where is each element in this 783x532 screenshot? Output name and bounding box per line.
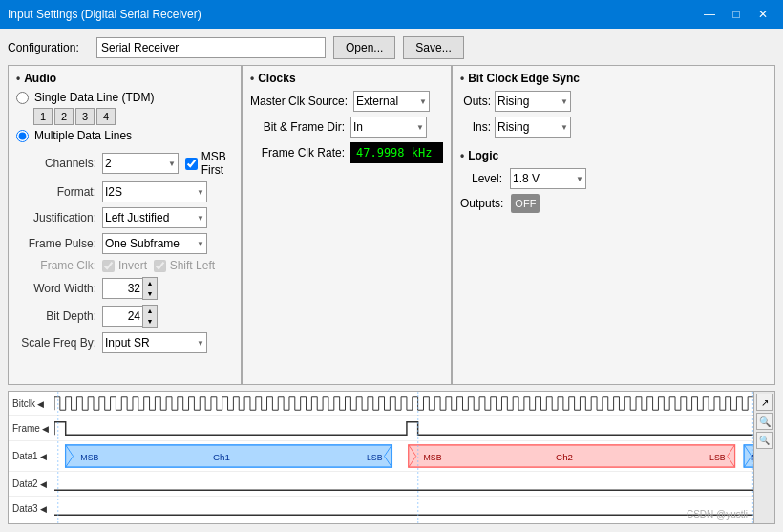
logic-level-select-wrapper: 1.8 V 2.5 V 3.3 V 5.0 V: [510, 168, 586, 189]
justification-select[interactable]: Left Justified Right Justified: [102, 207, 207, 228]
tab-btn-1[interactable]: 1: [33, 108, 53, 125]
word-width-spinbox-buttons: ▲ ▼: [142, 277, 158, 300]
frame-clk-rate-display: 47.9998 kHz: [350, 142, 443, 163]
main-window: Configuration: Open... Save... Audio Sin…: [0, 29, 783, 532]
logic-outputs-value: OFF: [515, 198, 536, 209]
tab-btn-2[interactable]: 2: [54, 108, 74, 125]
format-select-wrapper: I2S Left Justified Right Justified DSP: [102, 181, 207, 202]
frame-label: Frame ◀: [9, 423, 54, 434]
master-clk-select[interactable]: External Internal Auto: [353, 91, 430, 112]
logic-title: Logic: [460, 149, 767, 162]
frame-clk-label: Frame Clk:: [16, 259, 102, 272]
waveform-toolbar: ↗ 🔍 🔍: [753, 392, 774, 523]
scale-freq-row: Scale Freq By: Input SR 44.1 kHz 48 kHz …: [16, 332, 233, 353]
sync-ins-select[interactable]: Rising Falling: [495, 117, 571, 138]
frame-pulse-select-wrapper: One Subframe Two Subframes: [102, 233, 207, 254]
master-clk-label: Master Clk Source:: [250, 95, 353, 108]
master-clk-row: Master Clk Source: External Internal Aut…: [250, 91, 443, 112]
frame-svg: [54, 416, 753, 440]
waveform-zoom-in-button[interactable]: 🔍: [756, 413, 773, 430]
bitclk-svg: [54, 392, 753, 415]
bitclk-label-text: Bitclk: [12, 398, 35, 409]
frame-clk-shift-row: Shift Left: [154, 259, 215, 272]
scale-freq-label: Scale Freq By:: [16, 336, 102, 350]
sync-outs-select[interactable]: Rising Falling: [495, 91, 571, 112]
format-select[interactable]: I2S Left Justified Right Justified DSP: [102, 181, 207, 202]
minimize-button[interactable]: —: [697, 5, 722, 24]
sync-ins-label: Ins:: [460, 120, 491, 134]
frame-pulse-row: Frame Pulse: One Subframe Two Subframes: [16, 233, 233, 254]
bit-frame-dir-label: Bit & Frame Dir:: [250, 120, 350, 134]
logic-outputs-label: Outputs:: [460, 197, 507, 210]
sync-outs-select-wrapper: Rising Falling: [495, 91, 571, 112]
bit-frame-dir-select[interactable]: In Out: [350, 117, 427, 138]
logic-level-select[interactable]: 1.8 V 2.5 V 3.3 V 5.0 V: [510, 168, 586, 189]
sync-panel: Bit Clock Edge Sync Outs: Rising Falling…: [452, 65, 775, 385]
data2-label-text: Data2: [12, 479, 38, 489]
scale-freq-select[interactable]: Input SR 44.1 kHz 48 kHz 96 kHz 192 kHz: [102, 332, 207, 353]
data1-row: Data1 ◀ MSB Ch1 LSB: [9, 441, 753, 472]
logic-outputs-toggle[interactable]: OFF: [511, 194, 540, 213]
watermark: CSDN @yustli: [687, 509, 748, 520]
multiple-data-lines-label: Multiple Data Lines: [34, 129, 132, 142]
msb-first-row: MSB First: [185, 150, 233, 177]
audio-title: Audio: [16, 72, 233, 85]
justification-select-wrapper: Left Justified Right Justified: [102, 207, 207, 228]
bit-depth-down-button[interactable]: ▼: [143, 316, 157, 327]
config-input[interactable]: [96, 37, 326, 58]
frame-clk-invert-row: Invert: [102, 259, 147, 272]
clocks-panel: Clocks Master Clk Source: External Inter…: [242, 65, 452, 385]
msb-first-checkbox[interactable]: [185, 158, 198, 170]
data3-arrow: ◀: [40, 504, 47, 514]
waveform-export-button[interactable]: ↗: [756, 394, 773, 411]
save-button[interactable]: Save...: [403, 36, 463, 59]
data1-arrow: ◀: [40, 452, 47, 461]
channels-select[interactable]: 2 1 4 8: [102, 153, 179, 174]
sync-outs-label: Outs:: [460, 95, 491, 108]
maximize-button[interactable]: □: [724, 5, 749, 24]
logic-level-label: Level:: [460, 172, 506, 185]
svg-text:MSB: MSB: [423, 453, 441, 462]
sync-outs-row: Outs: Rising Falling: [460, 91, 767, 112]
single-data-line-label: Single Data Line (TDM): [34, 91, 154, 104]
svg-text:Ch1: Ch1: [213, 452, 230, 462]
frame-pulse-select[interactable]: One Subframe Two Subframes: [102, 233, 207, 254]
logic-outputs-row: Outputs: OFF: [460, 194, 767, 213]
audio-panel: Audio Single Data Line (TDM) 1 2 3 4 Mul…: [8, 65, 242, 385]
tab-btn-3[interactable]: 3: [75, 108, 95, 125]
tab-btn-4[interactable]: 4: [96, 108, 116, 125]
svg-text:Ch2: Ch2: [556, 452, 573, 462]
frame-clk-shift-label: Shift Left: [170, 259, 215, 272]
word-width-label: Word Width:: [16, 282, 102, 295]
open-button[interactable]: Open...: [333, 36, 395, 59]
data2-signal: [54, 472, 753, 496]
data1-signal[interactable]: MSB Ch1 LSB MSB Ch2 LS: [54, 441, 753, 471]
scale-freq-select-wrapper: Input SR 44.1 kHz 48 kHz 96 kHz 192 kHz: [102, 332, 207, 353]
title-bar: Input Settings (Digital Serial Receiver)…: [0, 0, 783, 29]
word-width-input[interactable]: [102, 278, 142, 299]
svg-text:LSB: LSB: [709, 453, 726, 462]
channels-label: Channels:: [16, 157, 102, 170]
frame-clk-rate-row: Frame Clk Rate: 47.9998 kHz: [250, 142, 443, 163]
waveform-zoom-out-button[interactable]: 🔍: [756, 432, 773, 449]
data3-label-text: Data3: [12, 503, 38, 514]
single-data-line-radio[interactable]: [16, 92, 29, 104]
sync-title: Bit Clock Edge Sync: [460, 72, 767, 85]
multiple-data-lines-row: Multiple Data Lines: [16, 129, 233, 142]
logic-level-row: Level: 1.8 V 2.5 V 3.3 V 5.0 V: [460, 168, 767, 189]
bit-depth-up-button[interactable]: ▲: [143, 306, 157, 316]
frame-clk-shift-checkbox[interactable]: [154, 260, 166, 272]
close-button[interactable]: ✕: [751, 5, 775, 24]
waveform-content: Bitclk ◀ Frame ◀: [9, 392, 774, 523]
justification-label: Justification:: [16, 211, 102, 224]
word-width-up-button[interactable]: ▲: [143, 278, 157, 288]
tab-buttons: 1 2 3 4: [33, 108, 233, 125]
single-data-line-row: Single Data Line (TDM): [16, 91, 233, 104]
justification-row: Justification: Left Justified Right Just…: [16, 207, 233, 228]
bit-depth-label: Bit Depth:: [16, 309, 102, 323]
word-width-down-button[interactable]: ▼: [143, 288, 157, 299]
sync-ins-select-wrapper: Rising Falling: [495, 117, 571, 138]
frame-clk-invert-checkbox[interactable]: [102, 260, 115, 272]
bit-depth-input[interactable]: [102, 306, 142, 327]
multiple-data-lines-radio[interactable]: [16, 130, 29, 142]
